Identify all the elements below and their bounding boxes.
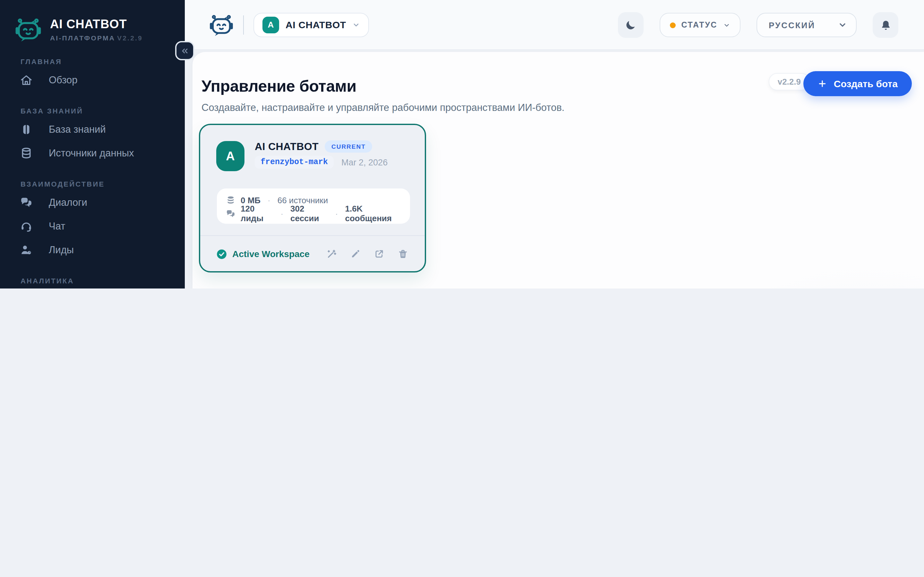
external-link-icon (374, 249, 384, 259)
nav-section-knowledge: БАЗА ЗНАНИЙ (21, 107, 185, 116)
trash-icon (398, 249, 408, 259)
topbar-divider (243, 15, 244, 34)
stats-row-engagement: 120 лиды · 302 сессии · 1.6K сообщения (226, 207, 401, 220)
workspace-name: AI CHATBOT (286, 19, 346, 30)
auto-setup-button[interactable] (326, 248, 337, 259)
app-root: AI CHATBOT AI-ПЛАТФОРМАV2.2.9 ГЛАВНАЯ Об… (0, 0, 924, 288)
nav-section-interaction: ВЗАИМОДЕЙСТВИЕ (21, 180, 185, 189)
sidebar-nav: ГЛАВНАЯ Обзор БАЗА ЗНАНИЙ База знаний Ис… (0, 58, 185, 288)
sidebar-item-reports[interactable]: Отчёты и использование (0, 287, 185, 288)
headset-icon (20, 219, 33, 232)
chat-bubbles-icon (226, 209, 236, 218)
status-dot (670, 22, 676, 28)
sidebar-item-dialogs[interactable]: Диалоги (0, 190, 185, 214)
topbar: A AI CHATBOT СТАТУС РУССКИЙ (185, 0, 924, 50)
main-panel: Управление ботами Создавайте, настраивай… (192, 52, 924, 288)
workspace-avatar: A (262, 16, 279, 33)
status-dropdown[interactable]: СТАТУС (660, 13, 740, 37)
sidebar-item-data-sources[interactable]: Источники данных (0, 141, 185, 165)
pencil-icon (351, 249, 360, 259)
chat-widget-backdrop (629, 269, 924, 288)
nav-section-analytics: АНАЛИТИКА (21, 277, 185, 286)
workspace-card: A AI CHATBOT CURRENT frenzybot-mark Mar … (199, 124, 426, 272)
workspace-switcher[interactable]: A AI CHATBOT (254, 13, 369, 37)
app-version: V2.2.9 (117, 34, 143, 42)
dark-mode-toggle[interactable] (618, 12, 644, 38)
notifications-button[interactable] (873, 12, 898, 38)
page-subtitle: Создавайте, настраивайте и управляйте ра… (202, 102, 565, 113)
database-icon (20, 147, 33, 159)
app-title: AI CHATBOT (50, 17, 143, 31)
home-icon (20, 73, 33, 86)
chevron-down-icon (352, 21, 360, 29)
sidebar-item-knowledge-base[interactable]: База знаний (0, 117, 185, 141)
delete-button[interactable] (398, 249, 408, 259)
language-select[interactable]: РУССКИЙ (756, 13, 857, 37)
sidebar-item-leads[interactable]: Лиды (0, 238, 185, 261)
chevrons-left-icon (180, 46, 189, 55)
create-bot-button[interactable]: Создать бота (804, 71, 912, 96)
chevron-down-icon (838, 21, 847, 29)
app-subtitle: AI-ПЛАТФОРМА (50, 34, 115, 42)
robot-logo-icon (14, 17, 42, 42)
chat-bubbles-icon (20, 196, 33, 209)
chevron-down-icon (723, 21, 730, 29)
card-divider (200, 235, 425, 236)
page-title: Управление ботами (202, 77, 357, 95)
open-external-button[interactable] (374, 249, 384, 259)
workspace-card-name: AI CHATBOT (255, 141, 318, 152)
check-circle-icon (216, 248, 227, 259)
sidebar-item-overview[interactable]: Обзор (0, 68, 185, 92)
brain-icon (20, 123, 33, 135)
moon-icon (625, 19, 637, 31)
magic-wand-icon (326, 248, 337, 259)
person-tag-icon (20, 243, 33, 256)
workspace-card-avatar: A (216, 141, 244, 171)
sidebar-item-chat[interactable]: Чат (0, 214, 185, 238)
edit-button[interactable] (351, 249, 360, 259)
workspace-date: Mar 2, 2026 (341, 157, 388, 167)
plus-icon (818, 79, 827, 89)
current-badge: CURRENT (325, 140, 372, 153)
sidebar-collapse-button[interactable] (175, 41, 194, 60)
bell-icon (879, 19, 892, 31)
active-workspace-status: Active Workspace (216, 248, 310, 259)
workspace-stats: 0 МБ · 66 источники 120 лиды · 302 сесси… (217, 189, 410, 224)
database-icon (226, 195, 236, 205)
sidebar: AI CHATBOT AI-ПЛАТФОРМАV2.2.9 ГЛАВНАЯ Об… (0, 0, 185, 288)
workspace-slug: frenzybot-mark (255, 156, 334, 169)
robot-icon (208, 13, 234, 36)
sidebar-logo: AI CHATBOT AI-ПЛАТФОРМАV2.2.9 (0, 0, 185, 42)
nav-section-main: ГЛАВНАЯ (21, 58, 185, 67)
